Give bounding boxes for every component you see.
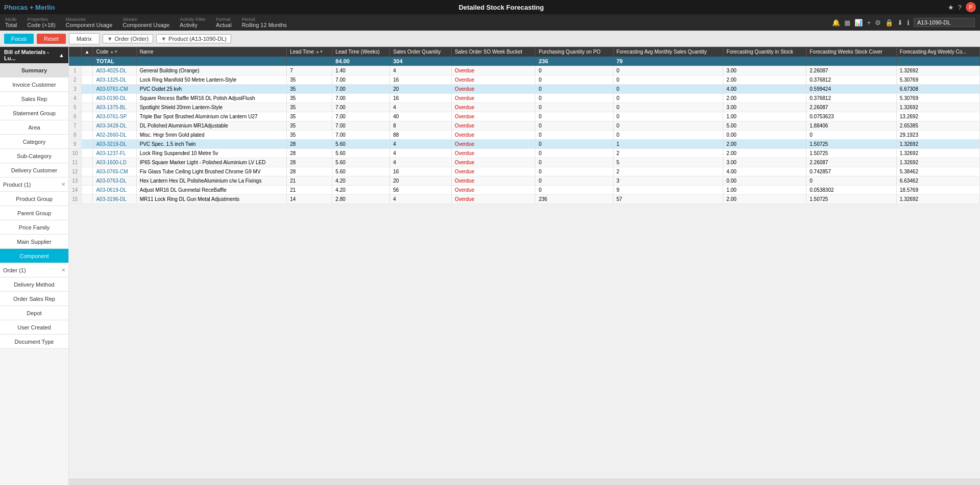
col-code[interactable]: Code▲▼ bbox=[93, 47, 136, 57]
row-fc-weeks: 0.599424 bbox=[806, 85, 897, 94]
filter-tag-order[interactable]: ▼ Order (Order) bbox=[103, 34, 154, 43]
row-code[interactable]: A03-0761-CM bbox=[93, 85, 136, 94]
row-code[interactable]: A03-0190-DL bbox=[93, 94, 136, 103]
sidebar-item-order[interactable]: Order (1) ✕ bbox=[0, 263, 68, 277]
sidebar-item-component[interactable]: Component bbox=[0, 249, 68, 263]
row-so-qty: 8 bbox=[390, 121, 452, 131]
filter-tag-product[interactable]: ▼ Product (A13-1090-DL) bbox=[156, 34, 231, 43]
sidebar-collapse-icon[interactable]: ▲ bbox=[59, 52, 64, 58]
grid-icon[interactable]: ▦ bbox=[844, 19, 850, 27]
filter-label-product: Product (A13-1090-DL) bbox=[168, 36, 227, 42]
sidebar-item-price-family[interactable]: Price Family bbox=[0, 220, 68, 235]
help-icon[interactable]: ? bbox=[958, 4, 962, 11]
row-lt-weeks: 4.20 bbox=[332, 186, 390, 195]
period-menu[interactable]: Period Rolling 12 Months bbox=[242, 17, 287, 28]
row-so-qty: 20 bbox=[390, 85, 452, 94]
table-container[interactable]: ▲ Code▲▼ Name Lead Time▲▼ Lead Time (Wee… bbox=[69, 47, 980, 479]
filter-icon-order: ▼ bbox=[107, 36, 113, 42]
table-row: 8A02-2660-DLMisc. Hngr 5mm Gold plated35… bbox=[69, 131, 980, 140]
row-fc-stock: 2.00 bbox=[723, 195, 806, 204]
col-lead-time-label: Lead Time bbox=[290, 49, 314, 55]
row-code[interactable]: A03-3196-DL bbox=[93, 195, 136, 204]
horizontal-scrollbar[interactable] bbox=[69, 479, 980, 485]
collapse-icon[interactable]: ▲ bbox=[85, 49, 90, 55]
col-fc-weeks: Forecasting Weeks Stock Cover bbox=[806, 47, 897, 57]
sidebar-item-sales-rep[interactable]: Sales Rep bbox=[0, 92, 68, 106]
mode-menu[interactable]: Mode Total bbox=[5, 17, 17, 28]
sidebar-item-main-supplier[interactable]: Main Supplier bbox=[0, 235, 68, 249]
row-code[interactable]: A03-0765-CM bbox=[93, 167, 136, 176]
row-code[interactable]: A02-2660-DL bbox=[93, 131, 136, 140]
star-icon[interactable]: ★ bbox=[948, 4, 954, 11]
row-lt-weeks: 7.00 bbox=[332, 85, 390, 94]
row-fc-avg-w: 1.32692 bbox=[896, 149, 979, 158]
activity-menu[interactable]: Activity Filter Activity bbox=[180, 17, 206, 28]
row-code[interactable]: A03-0619-DL bbox=[93, 186, 136, 195]
row-fc-avg: 0 bbox=[613, 121, 723, 131]
row-fc-avg: 57 bbox=[613, 195, 723, 204]
row-code[interactable]: A03-1600-LD bbox=[93, 158, 136, 167]
reset-button[interactable]: Reset bbox=[37, 34, 66, 44]
row-num: 3 bbox=[69, 85, 81, 94]
row-purch-qty: 0 bbox=[535, 167, 613, 176]
lock-icon[interactable]: 🔒 bbox=[885, 19, 893, 27]
row-code[interactable]: A03-1237-FL bbox=[93, 149, 136, 158]
row-fc-stock: 4.00 bbox=[723, 85, 806, 94]
properties-menu[interactable]: Properties Code (+18) bbox=[27, 17, 55, 28]
sidebar-item-sub-category[interactable]: Sub-Category bbox=[0, 149, 68, 163]
row-code[interactable]: A03-4025-DL bbox=[93, 66, 136, 75]
row-code[interactable]: A03-0761-SP bbox=[93, 112, 136, 121]
row-code[interactable]: A03-3428-DL bbox=[93, 121, 136, 131]
sidebar-item-depot[interactable]: Depot bbox=[0, 306, 68, 320]
row-fc-avg-w: 2.65385 bbox=[896, 121, 979, 131]
row-so-qty: 16 bbox=[390, 75, 452, 85]
sidebar-item-delivery-method[interactable]: Delivery Method bbox=[0, 277, 68, 292]
row-code[interactable]: A03-0763-DL bbox=[93, 176, 136, 186]
sidebar-order-x[interactable]: ✕ bbox=[61, 267, 65, 273]
sidebar-item-summary[interactable]: Summary bbox=[0, 63, 68, 78]
page-title: Detailed Stock Forecasting bbox=[459, 4, 544, 11]
sidebar-item-document-type[interactable]: Document Type bbox=[0, 335, 68, 349]
plus-icon[interactable]: + bbox=[867, 19, 871, 27]
sidebar-item-delivery-customer[interactable]: Delivery Customer bbox=[0, 163, 68, 177]
download-icon[interactable]: ⬇ bbox=[897, 19, 903, 27]
row-collapse bbox=[81, 66, 93, 75]
sidebar-item-product[interactable]: Product (1) ✕ bbox=[0, 177, 68, 192]
search-input[interactable] bbox=[914, 18, 975, 27]
row-name: Hex Lantern Hex DL PolisheAluminium c/w … bbox=[136, 176, 286, 186]
info-icon[interactable]: ℹ bbox=[907, 19, 910, 27]
col-name: Name bbox=[136, 47, 286, 57]
sidebar-item-product-group[interactable]: Product Group bbox=[0, 192, 68, 206]
row-num: 10 bbox=[69, 149, 81, 158]
row-code[interactable]: A03-1325-DL bbox=[93, 75, 136, 85]
sidebar-item-statement-group[interactable]: Statement Group bbox=[0, 106, 68, 120]
focus-button[interactable]: Focus bbox=[4, 34, 34, 44]
chart-icon[interactable]: 📊 bbox=[854, 19, 863, 27]
row-fc-avg-w: 5.30769 bbox=[896, 75, 979, 85]
col-fc-stock: Forecasting Quantity in Stock bbox=[723, 47, 806, 57]
sidebar-item-parent-group[interactable]: Parent Group bbox=[0, 206, 68, 220]
sidebar-item-category[interactable]: Category bbox=[0, 135, 68, 149]
sidebar-item-invoice-customer[interactable]: Invoice Customer bbox=[0, 78, 68, 92]
sidebar-title-text: Bill of Materials - Lu... bbox=[4, 49, 59, 61]
row-code[interactable]: A03-3219-DL bbox=[93, 140, 136, 149]
measures-menu[interactable]: Measures Component Usage bbox=[66, 17, 113, 28]
sidebar-item-area[interactable]: Area bbox=[0, 120, 68, 135]
matrix-button[interactable]: Matrix bbox=[69, 33, 100, 44]
stream-menu[interactable]: Stream Component Usage bbox=[122, 17, 169, 28]
row-name: Lock Ring Suspended 10 Metre 5v bbox=[136, 149, 286, 158]
sidebar-item-order-sales-rep[interactable]: Order Sales Rep bbox=[0, 292, 68, 306]
sidebar-product-group-label: Product Group bbox=[16, 196, 53, 202]
format-menu[interactable]: Format Actual bbox=[216, 17, 232, 28]
row-num: 9 bbox=[69, 140, 81, 149]
user-avatar[interactable]: P bbox=[966, 2, 976, 12]
row-fc-avg: 0 bbox=[613, 75, 723, 85]
col-lead-time[interactable]: Lead Time▲▼ bbox=[287, 47, 332, 57]
row-lead-time: 21 bbox=[287, 186, 332, 195]
row-code[interactable]: A03-1375-BL bbox=[93, 103, 136, 112]
sidebar-product-x[interactable]: ✕ bbox=[61, 182, 65, 187]
bell-icon[interactable]: 🔔 bbox=[832, 19, 840, 27]
settings-icon[interactable]: ⚙ bbox=[875, 19, 881, 27]
sidebar-item-user-created[interactable]: User Created bbox=[0, 320, 68, 335]
row-lt-weeks: 7.00 bbox=[332, 103, 390, 112]
